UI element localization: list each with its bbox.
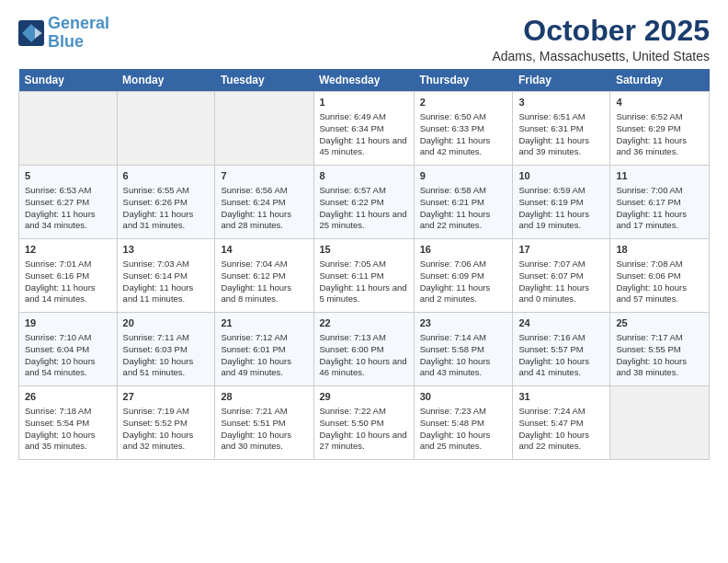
day-info: Sunrise: 7:21 AM Sunset: 5:51 PM Dayligh… [221,406,307,453]
day-info: Sunrise: 7:19 AM Sunset: 5:52 PM Dayligh… [123,406,210,453]
day-info: Sunrise: 6:59 AM Sunset: 6:19 PM Dayligh… [518,185,604,232]
day-info: Sunrise: 7:03 AM Sunset: 6:14 PM Dayligh… [123,259,210,305]
calendar-cell: 5Sunrise: 6:53 AM Sunset: 6:27 PM Daylig… [19,166,118,239]
day-info: Sunrise: 7:16 AM Sunset: 5:57 PM Dayligh… [518,332,604,379]
col-friday: Friday [513,69,610,92]
day-info: Sunrise: 7:24 AM Sunset: 5:47 PM Dayligh… [518,406,604,453]
col-wednesday: Wednesday [313,69,414,92]
calendar-week-5: 26Sunrise: 7:18 AM Sunset: 5:54 PM Dayli… [19,386,710,460]
day-info: Sunrise: 6:57 AM Sunset: 6:22 PM Dayligh… [320,185,408,232]
col-saturday: Saturday [610,69,710,92]
day-number: 31 [518,390,604,404]
day-number: 5 [25,169,111,183]
day-number: 14 [221,243,307,257]
calendar-cell: 24Sunrise: 7:16 AM Sunset: 5:57 PM Dayli… [513,313,610,386]
day-number: 15 [320,243,408,257]
day-number: 17 [518,243,604,257]
calendar-cell: 23Sunrise: 7:14 AM Sunset: 5:58 PM Dayli… [414,313,513,386]
day-number: 1 [320,96,408,109]
calendar-cell: 22Sunrise: 7:13 AM Sunset: 6:00 PM Dayli… [313,313,414,386]
calendar-week-3: 12Sunrise: 7:01 AM Sunset: 6:16 PM Dayli… [19,239,710,313]
day-number: 19 [25,316,111,330]
title-block: October 2025 Adams, Massachusetts, Unite… [492,15,710,63]
calendar-cell: 31Sunrise: 7:24 AM Sunset: 5:47 PM Dayli… [513,386,610,460]
day-number: 24 [518,316,604,330]
calendar-cell: 8Sunrise: 6:57 AM Sunset: 6:22 PM Daylig… [313,166,414,239]
calendar-week-2: 5Sunrise: 6:53 AM Sunset: 6:27 PM Daylig… [19,166,710,239]
day-info: Sunrise: 6:51 AM Sunset: 6:31 PM Dayligh… [518,111,604,158]
day-info: Sunrise: 7:00 AM Sunset: 6:17 PM Dayligh… [616,185,703,232]
day-number: 20 [123,316,210,330]
header: General Blue October 2025 Adams, Massach… [18,15,710,63]
day-info: Sunrise: 6:56 AM Sunset: 6:24 PM Dayligh… [221,185,307,232]
header-row: Sunday Monday Tuesday Wednesday Thursday… [19,69,710,92]
day-number: 12 [25,243,111,257]
calendar-cell: 4Sunrise: 6:52 AM Sunset: 6:29 PM Daylig… [610,92,710,166]
day-info: Sunrise: 6:53 AM Sunset: 6:27 PM Dayligh… [25,185,111,232]
day-number: 11 [616,169,703,183]
day-number: 10 [518,169,604,183]
calendar-cell: 9Sunrise: 6:58 AM Sunset: 6:21 PM Daylig… [414,166,513,239]
day-info: Sunrise: 7:23 AM Sunset: 5:48 PM Dayligh… [420,406,507,453]
day-number: 22 [320,316,408,330]
day-number: 13 [123,243,210,257]
day-number: 9 [420,169,507,183]
day-info: Sunrise: 7:22 AM Sunset: 5:50 PM Dayligh… [320,406,408,453]
day-info: Sunrise: 6:50 AM Sunset: 6:33 PM Dayligh… [420,111,507,158]
calendar-cell: 13Sunrise: 7:03 AM Sunset: 6:14 PM Dayli… [117,239,215,313]
calendar-cell: 6Sunrise: 6:55 AM Sunset: 6:26 PM Daylig… [117,166,215,239]
day-number: 27 [123,390,210,404]
day-number: 25 [616,316,703,330]
day-info: Sunrise: 7:13 AM Sunset: 6:00 PM Dayligh… [320,332,408,379]
calendar-cell: 3Sunrise: 6:51 AM Sunset: 6:31 PM Daylig… [513,92,610,166]
calendar-cell [19,92,118,166]
calendar-table: Sunday Monday Tuesday Wednesday Thursday… [18,69,710,460]
day-info: Sunrise: 7:08 AM Sunset: 6:06 PM Dayligh… [616,259,703,305]
calendar-week-4: 19Sunrise: 7:10 AM Sunset: 6:04 PM Dayli… [19,313,710,386]
calendar-cell: 27Sunrise: 7:19 AM Sunset: 5:52 PM Dayli… [117,386,215,460]
col-thursday: Thursday [414,69,513,92]
calendar-cell: 19Sunrise: 7:10 AM Sunset: 6:04 PM Dayli… [19,313,118,386]
day-number: 6 [123,169,210,183]
calendar-cell: 10Sunrise: 6:59 AM Sunset: 6:19 PM Dayli… [513,166,610,239]
day-number: 21 [221,316,307,330]
logo-text: General Blue [48,15,109,52]
day-info: Sunrise: 7:07 AM Sunset: 6:07 PM Dayligh… [518,259,604,305]
day-info: Sunrise: 7:12 AM Sunset: 6:01 PM Dayligh… [221,332,307,379]
day-number: 26 [25,390,111,404]
day-number: 7 [221,169,307,183]
day-info: Sunrise: 6:55 AM Sunset: 6:26 PM Dayligh… [123,185,210,232]
day-info: Sunrise: 7:10 AM Sunset: 6:04 PM Dayligh… [25,332,111,379]
calendar-cell: 12Sunrise: 7:01 AM Sunset: 6:16 PM Dayli… [19,239,118,313]
col-tuesday: Tuesday [215,69,313,92]
day-info: Sunrise: 7:17 AM Sunset: 5:55 PM Dayligh… [616,332,703,379]
calendar-cell [117,92,215,166]
day-number: 28 [221,390,307,404]
location: Adams, Massachusetts, United States [492,49,710,63]
page-container: General Blue October 2025 Adams, Massach… [0,0,728,469]
day-number: 4 [616,96,703,109]
logo-icon [18,20,44,46]
day-info: Sunrise: 7:14 AM Sunset: 5:58 PM Dayligh… [420,332,507,379]
day-info: Sunrise: 7:11 AM Sunset: 6:03 PM Dayligh… [123,332,210,379]
calendar-cell: 7Sunrise: 6:56 AM Sunset: 6:24 PM Daylig… [215,166,313,239]
col-monday: Monday [117,69,215,92]
calendar-cell: 16Sunrise: 7:06 AM Sunset: 6:09 PM Dayli… [414,239,513,313]
calendar-cell: 20Sunrise: 7:11 AM Sunset: 6:03 PM Dayli… [117,313,215,386]
day-info: Sunrise: 6:58 AM Sunset: 6:21 PM Dayligh… [420,185,507,232]
calendar-cell: 15Sunrise: 7:05 AM Sunset: 6:11 PM Dayli… [313,239,414,313]
month-title: October 2025 [492,15,710,47]
logo: General Blue [18,15,109,52]
day-number: 16 [420,243,507,257]
day-number: 3 [518,96,604,109]
calendar-cell: 18Sunrise: 7:08 AM Sunset: 6:06 PM Dayli… [610,239,710,313]
day-number: 2 [420,96,507,109]
day-info: Sunrise: 6:49 AM Sunset: 6:34 PM Dayligh… [320,111,408,158]
calendar-cell: 2Sunrise: 6:50 AM Sunset: 6:33 PM Daylig… [414,92,513,166]
day-info: Sunrise: 7:18 AM Sunset: 5:54 PM Dayligh… [25,406,111,453]
day-number: 18 [616,243,703,257]
calendar-cell: 11Sunrise: 7:00 AM Sunset: 6:17 PM Dayli… [610,166,710,239]
calendar-cell: 21Sunrise: 7:12 AM Sunset: 6:01 PM Dayli… [215,313,313,386]
day-number: 8 [320,169,408,183]
col-sunday: Sunday [19,69,118,92]
